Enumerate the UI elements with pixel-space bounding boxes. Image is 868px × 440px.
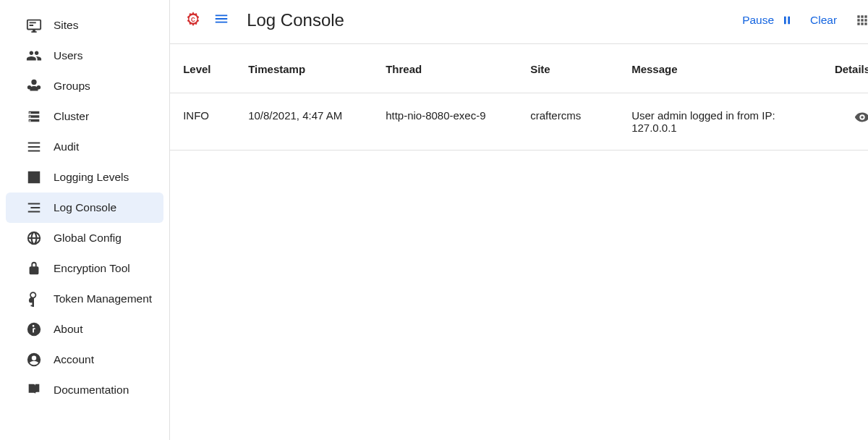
sidebar-item-label: Groups — [54, 80, 90, 93]
sidebar-item-groups[interactable]: Groups — [6, 71, 163, 101]
log-table: Level Timestamp Thread Site Message Deta… — [170, 44, 868, 151]
sidebar-item-label: Documentation — [54, 384, 129, 397]
sidebar-item-documentation[interactable]: Documentation — [6, 375, 163, 405]
sidebar-item-label: Encryption Tool — [54, 262, 130, 275]
topbar: C Log Console Pause Clear — [170, 0, 868, 44]
audit-icon — [26, 139, 42, 155]
col-details: Details — [820, 63, 868, 75]
users-icon — [26, 48, 42, 64]
sidebar-item-label: Log Console — [54, 201, 116, 214]
key-icon — [26, 291, 42, 307]
col-message: Message — [631, 63, 820, 75]
sites-icon — [26, 17, 42, 33]
sidebar-item-label: Global Config — [54, 232, 122, 245]
sidebar-item-users[interactable]: Users — [6, 41, 163, 71]
sidebar-item-label: Token Management — [54, 292, 152, 305]
table-header: Level Timestamp Thread Site Message Deta… — [170, 44, 868, 93]
groups-icon — [26, 78, 42, 94]
sidebar-item-sites[interactable]: Sites — [6, 10, 163, 41]
logging-levels-icon — [26, 169, 42, 185]
sidebar-item-audit[interactable]: Audit — [6, 132, 163, 162]
sidebar-item-global-config[interactable]: Global Config — [6, 223, 163, 253]
hamburger-icon[interactable] — [213, 11, 229, 30]
sidebar-item-log-console[interactable]: Log Console — [6, 192, 163, 223]
col-timestamp: Timestamp — [248, 63, 386, 75]
sidebar-item-label: Logging Levels — [54, 171, 129, 184]
sidebar: Sites Users Groups Cluster Audit — [0, 0, 170, 440]
col-level: Level — [183, 63, 248, 75]
sidebar-item-label: Users — [54, 49, 82, 62]
lock-icon — [26, 261, 42, 276]
cell-message: User admin logged in from IP: 127.0.0.1 — [631, 109, 820, 134]
sidebar-item-label: Sites — [54, 19, 78, 32]
sidebar-item-label: Audit — [54, 140, 79, 153]
sidebar-item-about[interactable]: About — [6, 314, 163, 344]
col-site: Site — [530, 63, 631, 75]
pause-label: Pause — [742, 14, 774, 27]
sidebar-item-cluster[interactable]: Cluster — [6, 101, 163, 132]
sidebar-item-account[interactable]: Account — [6, 344, 163, 375]
page-title: Log Console — [247, 10, 344, 30]
documentation-icon — [26, 382, 42, 398]
apps-icon[interactable] — [854, 12, 868, 28]
svg-text:C: C — [191, 17, 195, 23]
cluster-icon — [26, 109, 42, 124]
details-button[interactable] — [820, 109, 868, 134]
sidebar-item-label: Cluster — [54, 110, 89, 123]
account-icon — [26, 352, 42, 368]
sidebar-item-token-management[interactable]: Token Management — [6, 284, 163, 314]
sidebar-item-label: Account — [54, 353, 94, 366]
app-logo[interactable]: C — [183, 10, 203, 30]
cell-level: INFO — [183, 109, 248, 134]
table-row: INFO 10/8/2021, 4:47 AM http-nio-8080-ex… — [170, 93, 868, 151]
eye-icon — [854, 109, 868, 134]
cell-thread: http-nio-8080-exec-9 — [386, 109, 530, 134]
clear-label: Clear — [810, 14, 837, 27]
globe-icon — [26, 230, 42, 246]
cell-timestamp: 10/8/2021, 4:47 AM — [248, 109, 386, 134]
clear-button[interactable]: Clear — [810, 14, 837, 27]
cell-site: craftercms — [530, 109, 631, 134]
pause-button[interactable]: Pause — [742, 14, 793, 27]
log-console-icon — [26, 200, 42, 216]
sidebar-item-encryption-tool[interactable]: Encryption Tool — [6, 253, 163, 284]
sidebar-item-logging-levels[interactable]: Logging Levels — [6, 162, 163, 192]
sidebar-item-label: About — [54, 323, 83, 336]
about-icon — [26, 321, 42, 337]
col-thread: Thread — [386, 63, 530, 75]
